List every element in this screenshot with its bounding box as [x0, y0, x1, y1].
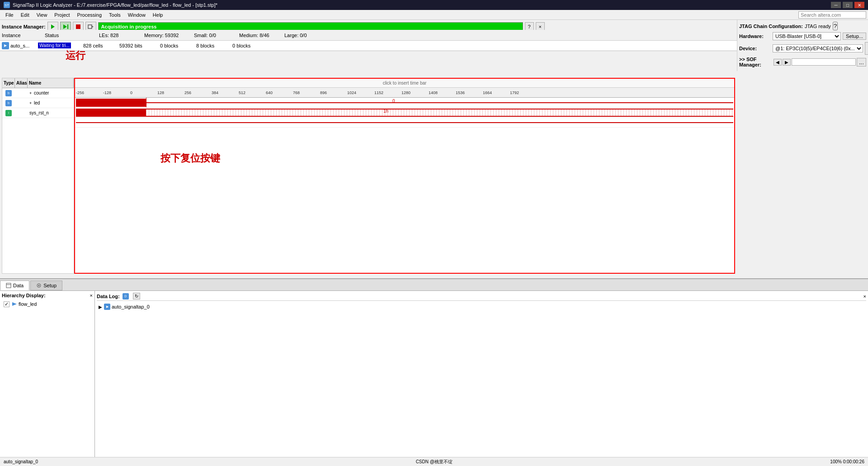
setup-button[interactable]: Setup...	[843, 33, 866, 40]
status-bar: auto_signaltap_0 CSDN @桃里不绽 100% 0:00:00…	[0, 457, 868, 466]
app-icon: ST	[4, 2, 10, 8]
col-memory: Memory: 59392	[144, 33, 185, 38]
jtag-panel: JTAG Chain Configuration: JTAG ready ? H…	[737, 20, 868, 71]
svg-rect-5	[6, 283, 11, 288]
signal-row-led[interactable]: b + led	[2, 98, 74, 108]
col-large: Large: 0/0	[284, 33, 321, 38]
ruler-256: 256	[184, 90, 211, 95]
ruler-1792: 1792	[509, 90, 536, 95]
waveform-ruler: -256 -128 0 128 256 384 512 640 768 896 …	[75, 88, 734, 98]
ruler-128: 128	[156, 90, 184, 95]
signal-row-sysrstn[interactable]: l sys_rst_n	[2, 108, 74, 118]
menu-bar: File Edit View Project Processing Tools …	[0, 10, 868, 20]
menu-window[interactable]: Window	[124, 11, 149, 19]
waveform-counter: 0	[75, 98, 734, 108]
sof-browse-button[interactable]: ...	[857, 58, 866, 67]
maximize-button[interactable]: □	[843, 2, 853, 8]
jtag-config-label: JTAG Chain Configuration:	[739, 24, 803, 29]
svg-marker-0	[51, 24, 55, 29]
svg-rect-2	[67, 24, 68, 29]
sof-manager-row: >> SOF Manager: ◀ ▶ ...	[739, 57, 866, 67]
waveform-led: 1h	[75, 108, 734, 118]
expand-led[interactable]: +	[29, 101, 32, 105]
jtag-help-button[interactable]: ?	[833, 22, 838, 30]
instance-medium-cell: 8 blocks	[196, 43, 232, 48]
signal-row-counter[interactable]: b + counter	[2, 88, 74, 98]
svg-rect-3	[76, 24, 80, 29]
close-button[interactable]: ✕	[854, 2, 864, 8]
col-name-header: Name	[28, 78, 74, 88]
menu-help[interactable]: Help	[149, 11, 167, 19]
datalog-refresh-button[interactable]: ↻	[133, 293, 140, 300]
instance-area: Instance Status LEs: 828 Memory: 59392 S…	[0, 30, 737, 51]
ruler-640: 640	[265, 90, 292, 95]
hierarchy-item-label: flow_led	[19, 301, 37, 307]
signal-name-led: + led	[28, 100, 74, 105]
svg-marker-9	[12, 302, 17, 306]
instance-manager-label: Instance Manager:	[2, 24, 46, 29]
col-instance: Instance	[2, 33, 36, 38]
scan-chain-button[interactable]: Scan Chain	[865, 42, 868, 55]
col-les: LEs: 828	[99, 33, 135, 38]
datalog-item-auto[interactable]: ▶ ▶ auto_signaltap_0	[97, 303, 866, 311]
tab-data[interactable]: Data	[0, 281, 29, 290]
instance-row[interactable]: ▶ auto_s... Waiting for tri... 828 cells…	[0, 41, 737, 51]
bottom-panel: Data Setup Hierarchy Display: × ✓ flow_l…	[0, 278, 868, 457]
timebar-text: click to insert time bar	[383, 81, 427, 86]
ruler-384: 384	[211, 90, 238, 95]
menu-edit[interactable]: Edit	[17, 11, 33, 19]
annotation-reset: 按下复位按键	[160, 152, 220, 165]
ruler-neg256: -256	[75, 90, 102, 95]
search-input[interactable]	[798, 11, 866, 19]
datalog-icon: D	[123, 293, 129, 300]
col-alias-header: Alias	[15, 78, 28, 88]
device-config-row: Device: @1: EP3C(10|5)/EP4CE(10|6) (0x..…	[739, 42, 866, 55]
waveform-timebar[interactable]: click to insert time bar	[75, 79, 734, 88]
menu-view[interactable]: View	[33, 11, 51, 19]
datalog-panel: Data Log: D ↻ × ▶ ▶ auto_signaltap_0	[95, 291, 868, 457]
jtag-config-row: JTAG Chain Configuration: JTAG ready ?	[739, 22, 866, 30]
tab-setup[interactable]: Setup	[30, 281, 62, 290]
hierarchy-close-button[interactable]: ×	[90, 293, 93, 298]
menu-tools[interactable]: Tools	[105, 11, 124, 19]
hierarchy-title: Hierarchy Display:	[2, 293, 46, 298]
minimize-button[interactable]: ─	[831, 2, 841, 8]
menu-file[interactable]: File	[2, 11, 17, 19]
hierarchy-item-flow-led[interactable]: ✓ flow_led	[2, 300, 93, 308]
expand-counter[interactable]: +	[29, 91, 32, 95]
sof-prev-button[interactable]: ◀	[774, 59, 782, 66]
ruler-neg128: -128	[102, 90, 129, 95]
menu-project[interactable]: Project	[51, 11, 73, 19]
signal-type-sysrstn: l	[2, 110, 15, 116]
instance-small-cell: 0 blocks	[160, 43, 196, 48]
instance-icon: ▶	[2, 42, 9, 49]
tab-bar: Data Setup	[0, 279, 868, 291]
datalog-item-icon: ▶	[104, 304, 110, 310]
signal-name-sysrstn: sys_rst_n	[28, 110, 74, 115]
menu-processing[interactable]: Processing	[74, 11, 105, 19]
hierarchy-arrow-icon	[11, 301, 18, 307]
title-bar: ST SignalTap II Logic Analyzer - E:/7.ex…	[0, 0, 868, 10]
instance-les-cell: 828 cells	[83, 43, 119, 48]
datalog-title: Data Log:	[97, 294, 120, 299]
setup-tab-icon	[36, 283, 42, 288]
svg-point-8	[38, 285, 40, 286]
status-credit: CSDN @桃里不绽	[416, 459, 453, 465]
counter-value: 0	[392, 99, 395, 104]
signal-name-counter: + counter	[28, 90, 74, 95]
datalog-expand-arrow[interactable]: ▶	[99, 304, 104, 309]
ruler-1024: 1024	[346, 90, 373, 95]
hierarchy-checkbox[interactable]: ✓	[4, 301, 9, 307]
device-select[interactable]: @1: EP3C(10|5)/EP4CE(10|6) (0x...	[773, 44, 863, 52]
instance-table-header: Instance Status LEs: 828 Memory: 59392 S…	[0, 30, 737, 41]
datalog-close-button[interactable]: ×	[863, 294, 866, 299]
ruler-0: 0	[129, 90, 156, 95]
ruler-1152: 1152	[373, 90, 401, 95]
col-type-header: Type	[2, 78, 15, 88]
hardware-select[interactable]: USB-Blaster [USB-0]	[773, 32, 841, 40]
status-right: 100% 0:00:00:26	[830, 459, 864, 464]
sof-input[interactable]	[792, 58, 856, 66]
sof-label: >> SOF Manager:	[739, 57, 773, 67]
app-title: SignalTap II Logic Analyzer - E:/7.exerc…	[13, 2, 217, 8]
sof-next-button[interactable]: ▶	[783, 59, 791, 66]
